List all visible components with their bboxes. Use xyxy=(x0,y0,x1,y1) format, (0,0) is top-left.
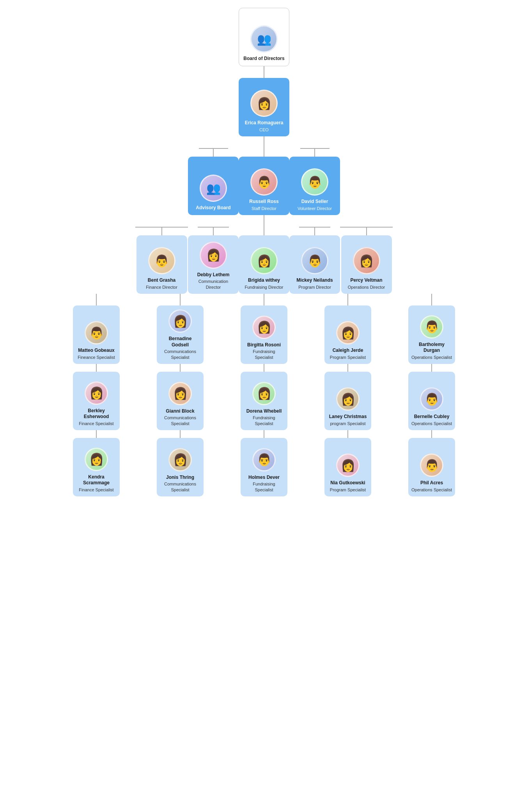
bernelle-name: Bernelle Cubley xyxy=(414,414,450,420)
finance-specialists-col: 👨 Matteo Gobeaux Fineance Specialist 👩 B… xyxy=(55,294,138,496)
bernelle-card[interactable]: 👨 Bernelle Cubley Operations Specialist xyxy=(408,372,455,430)
brigida-avatar: 👩 xyxy=(250,247,278,274)
percy-title: Operations Director xyxy=(348,284,385,290)
kendra-name: Kendra Scrammage xyxy=(76,474,117,486)
board-avatar: 👥 xyxy=(250,25,278,53)
specialists-section: 👨 Matteo Gobeaux Fineance Specialist 👩 B… xyxy=(55,294,474,496)
v-prog-down xyxy=(347,294,348,305)
david-title: Volunteer Director xyxy=(298,206,332,211)
bent-card[interactable]: 👨 Bent Grasha Finance Director xyxy=(136,235,187,294)
russell-title: Staff Director xyxy=(252,206,276,211)
bartholemy-name: Bartholemy Durgan xyxy=(411,342,452,354)
laney-avatar: 👩 xyxy=(336,387,360,411)
laney-card[interactable]: 👩 Laney Christmas program Specialist xyxy=(324,372,371,430)
holmes-avatar: 👨 xyxy=(252,448,276,471)
brigida-card[interactable]: 👩 Brigida withey Fundraising Director xyxy=(239,235,289,294)
caleigh-card[interactable]: 👩 Caleigh Jerde Program Specialist xyxy=(324,305,371,364)
level3-row: 👨 Bent Grasha Finance Director 👩 Debby L… xyxy=(135,227,393,294)
connector-l2-l3 xyxy=(264,215,264,227)
board-of-directors-card[interactable]: 👥 Board of Directors xyxy=(239,8,289,66)
phil-name: Phil Acres xyxy=(420,480,443,486)
ceo-name: Erica Romaguera xyxy=(245,120,283,126)
birgitta-avatar: 👩 xyxy=(252,316,276,339)
russell-avatar: 👨 xyxy=(250,168,278,196)
percy-card[interactable]: 👩 Percy Veltman Operations Director xyxy=(341,235,392,294)
russell-card[interactable]: 👨 Russell Ross Staff Director xyxy=(239,157,289,215)
v-ops-down xyxy=(431,294,432,305)
nia-name: Nia Gutkoewski xyxy=(330,480,365,486)
bernadine-avatar: 👩 xyxy=(168,309,192,333)
jonis-card[interactable]: 👩 Jonis Thring Communications Specialist xyxy=(157,438,204,496)
jonis-name: Jonis Thring xyxy=(166,475,194,481)
brigida-col: 👩 Brigida withey Fundraising Director xyxy=(239,227,289,294)
berkley-card[interactable]: 👩 Berkley Esherwood Finance Specialist xyxy=(73,372,120,430)
matteo-branch: 👨 Matteo Gobeaux Fineance Specialist xyxy=(73,305,120,364)
v-finance-3 xyxy=(96,430,97,438)
bent-title: Finance Director xyxy=(146,284,177,290)
board-level: 👥 Board of Directors xyxy=(239,8,289,78)
v-comm-3 xyxy=(180,430,181,438)
level2-section: 👥 Advisory Board 👨 Russell Ross Staff Di… xyxy=(188,148,340,227)
bartholemy-card[interactable]: 👨 Bartholemy Durgan Operations Specialis… xyxy=(408,305,455,364)
org-chart: 👥 Board of Directors 👩 Erica Romaguera C… xyxy=(8,8,520,496)
percy-name: Percy Veltman xyxy=(350,277,382,284)
bernadine-name: Bernadine Godsell xyxy=(160,336,200,348)
level3-section: 👨 Bent Grasha Finance Director 👩 Debby L… xyxy=(55,227,474,496)
ops-specialists-col: 👨 Bartholemy Durgan Operations Specialis… xyxy=(390,294,474,496)
nia-card[interactable]: 👩 Nia Gutkoewski Program Specialist xyxy=(324,438,371,496)
mickey-card[interactable]: 👨 Mickey Neilands Program Director xyxy=(289,235,340,294)
mickey-col: 👨 Mickey Neilands Program Director xyxy=(289,227,340,294)
advisory-col: 👥 Advisory Board xyxy=(188,148,239,215)
debby-card[interactable]: 👩 Debby Lethem Communication Director xyxy=(188,235,239,294)
kendra-title: Finance Specialist xyxy=(79,487,113,492)
debby-name: Debby Lethem xyxy=(197,272,230,278)
advisory-avatar: 👥 xyxy=(200,175,227,202)
phil-card[interactable]: 👨 Phil Acres Operations Specialist xyxy=(408,438,455,496)
kendra-avatar: 👩 xyxy=(85,448,108,471)
v-debby xyxy=(213,228,214,235)
mickey-title: Program Director xyxy=(298,284,331,290)
bartholemy-title: Operations Specialist xyxy=(411,355,452,360)
david-name: David Seller xyxy=(301,199,328,205)
v-advisory xyxy=(213,149,214,157)
advisory-name: Advisory Board xyxy=(196,205,230,211)
ceo-title: CEO xyxy=(259,127,269,132)
level2-row: 👥 Advisory Board 👨 Russell Ross Staff Di… xyxy=(188,148,340,215)
bernadine-card[interactable]: 👩 Bernadine Godsell Communications Speci… xyxy=(157,305,204,364)
debby-title: Communication Director xyxy=(191,279,236,290)
matteo-row: 👨 Matteo Gobeaux Fineance Specialist xyxy=(73,305,120,364)
kendra-card[interactable]: 👩 Kendra Scrammage Finance Specialist xyxy=(73,438,120,496)
ceo-card[interactable]: 👩 Erica Romaguera CEO xyxy=(239,78,289,136)
gianni-avatar: 👩 xyxy=(168,382,192,405)
debby-col: 👩 Debby Lethem Communication Director xyxy=(188,227,239,294)
v-david xyxy=(314,149,315,157)
holmes-name: Holmes Dever xyxy=(248,475,280,481)
brigida-title: Fundraising Director xyxy=(245,284,283,290)
advisory-board-card[interactable]: 👥 Advisory Board xyxy=(188,157,239,215)
bernelle-title: Operations Specialist xyxy=(411,421,452,426)
russell-name: Russell Ross xyxy=(249,199,278,205)
holmes-card[interactable]: 👨 Holmes Dever Fundraising Specialist xyxy=(241,438,287,496)
birgitta-card[interactable]: 👩 Birgitta Rosoni Fundraising Specialist xyxy=(241,305,287,364)
birgitta-title: Fundraising Specialist xyxy=(244,349,284,360)
birgitta-name: Birgitta Rosoni xyxy=(247,342,281,348)
phil-title: Operations Specialist xyxy=(411,487,452,492)
caleigh-title: Program Specialist xyxy=(330,355,366,360)
v-prog-3 xyxy=(347,430,348,438)
percy-avatar: 👩 xyxy=(353,247,380,274)
v-mickey xyxy=(314,228,315,235)
laney-name: Laney Christmas xyxy=(329,414,367,420)
david-card[interactable]: 👨 David Seller Volunteer Director xyxy=(289,157,340,215)
nia-title: Program Specialist xyxy=(330,487,366,492)
gianni-card[interactable]: 👩 Gianni Block Communications Specialist xyxy=(157,372,204,430)
dorena-card[interactable]: 👩 Dorena Whebell Fundraising Specialist xyxy=(241,372,287,430)
mickey-name: Mickey Neilands xyxy=(296,277,333,284)
bent-name: Bent Grasha xyxy=(148,277,175,284)
v-finance-down xyxy=(96,294,97,305)
matteo-card[interactable]: 👨 Matteo Gobeaux Fineance Specialist xyxy=(73,305,120,364)
v-prog-2 xyxy=(347,364,348,372)
jonis-title: Communications Specialist xyxy=(160,481,200,492)
v-fund-3 xyxy=(264,430,264,438)
david-col: 👨 David Seller Volunteer Director xyxy=(289,148,340,215)
v-finance-2 xyxy=(96,364,97,372)
